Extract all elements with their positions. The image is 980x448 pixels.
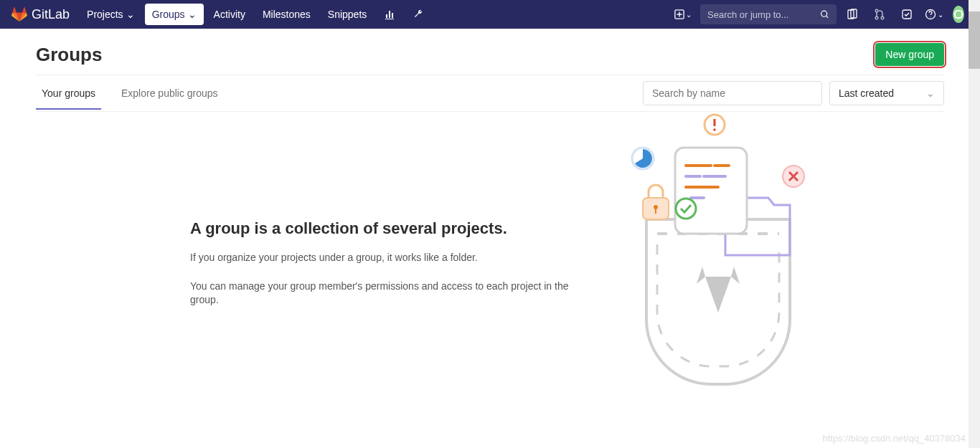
nav-activity[interactable]: Activity <box>207 4 253 25</box>
nav-groups[interactable]: Groups⌄ <box>145 4 204 25</box>
chevron-down-icon: ⌄ <box>126 9 135 20</box>
chevron-down-icon: ⌄ <box>686 11 692 19</box>
search-input[interactable] <box>707 9 820 20</box>
title-row: Groups New group <box>36 29 944 75</box>
new-dropdown[interactable]: ⌄ <box>670 4 696 24</box>
empty-illustration <box>618 112 819 399</box>
empty-state: A group is a collection of several proje… <box>36 112 944 322</box>
wrench-icon <box>413 9 424 20</box>
logo[interactable]: GitLab <box>11 6 70 22</box>
chevron-down-icon: ⌄ <box>188 9 197 20</box>
svg-point-20 <box>676 199 696 219</box>
svg-point-1 <box>821 11 827 16</box>
empty-line2: You can manage your group member's permi… <box>190 280 599 308</box>
tabs-row: Your groups Explore public groups Last c… <box>36 75 944 112</box>
nav-milestones[interactable]: Milestones <box>255 4 318 25</box>
chevron-down-icon: ⌄ <box>926 87 935 99</box>
nav-snippets[interactable]: Snippets <box>321 4 374 25</box>
sort-label: Last created <box>839 87 894 99</box>
svg-point-4 <box>875 9 878 12</box>
search-icon <box>820 9 829 19</box>
nav-activity-label: Activity <box>214 9 245 20</box>
tab-your-groups[interactable]: Your groups <box>36 77 101 109</box>
scrollbar-thumb[interactable] <box>969 11 980 69</box>
chevron-down-icon: ⌄ <box>938 11 943 19</box>
nav-projects[interactable]: Projects⌄ <box>80 4 142 25</box>
plus-square-icon <box>674 9 684 19</box>
merge-request-icon <box>874 9 885 20</box>
svg-point-5 <box>875 16 878 19</box>
top-nav: GitLab Projects⌄ Groups⌄ Activity Milest… <box>0 0 980 29</box>
issues-link[interactable] <box>841 4 864 24</box>
brand-text: GitLab <box>32 7 70 22</box>
empty-text: A group is a collection of several proje… <box>190 140 599 322</box>
gitlab-icon <box>11 6 27 22</box>
watermark: https://blog.csdn.net/qq_40378034 <box>823 433 966 444</box>
avatar <box>953 6 964 23</box>
chart-icon <box>384 9 395 20</box>
merge-requests-link[interactable] <box>868 4 891 24</box>
header-right: ⌄ ⌄ ⌄ <box>670 4 973 24</box>
todo-icon <box>901 9 913 20</box>
nav-admin[interactable] <box>405 4 431 25</box>
issues-icon <box>847 9 858 20</box>
page-title: Groups <box>36 44 102 66</box>
tab-explore[interactable]: Explore public groups <box>116 77 224 109</box>
svg-rect-10 <box>675 148 747 234</box>
search-box[interactable] <box>700 4 837 24</box>
nav-milestones-label: Milestones <box>263 9 311 20</box>
main-nav: Projects⌄ Groups⌄ Activity Milestones Sn… <box>80 4 431 25</box>
svg-point-6 <box>881 16 884 19</box>
nav-snippets-label: Snippets <box>328 9 367 20</box>
nav-groups-label: Groups <box>152 9 185 20</box>
nav-analytics[interactable] <box>377 4 402 25</box>
new-group-button[interactable]: New group <box>875 43 944 66</box>
todos-link[interactable] <box>895 4 918 24</box>
help-icon <box>925 9 936 20</box>
help-dropdown[interactable]: ⌄ <box>923 4 946 24</box>
nav-projects-label: Projects <box>87 9 123 20</box>
empty-title: A group is a collection of several proje… <box>190 219 599 238</box>
empty-line1: If you organize your projects under a gr… <box>190 251 599 265</box>
filter-search-input[interactable] <box>643 81 822 105</box>
filters: Last created⌄ <box>643 75 944 111</box>
scrollbar[interactable] <box>969 0 980 448</box>
svg-point-24 <box>713 128 716 131</box>
sort-dropdown[interactable]: Last created⌄ <box>829 81 944 105</box>
